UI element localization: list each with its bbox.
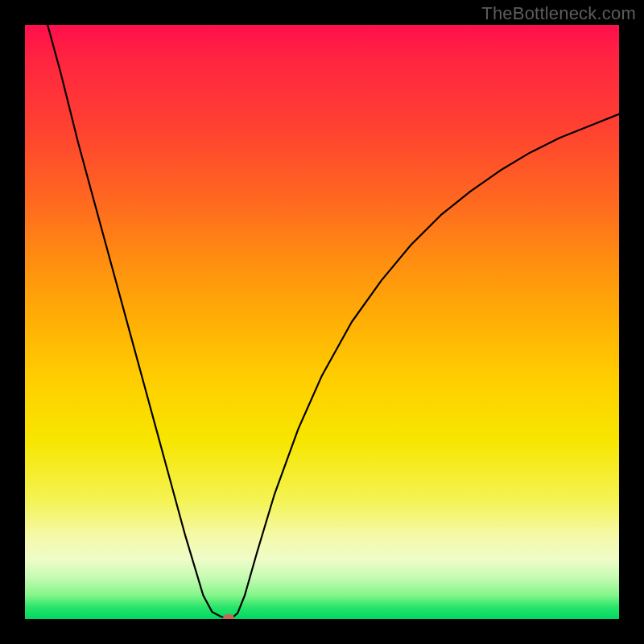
plot-area [25, 25, 619, 619]
chart-frame: TheBottleneck.com [0, 0, 644, 644]
optimal-point-marker [223, 614, 234, 619]
bottleneck-curve [25, 25, 619, 619]
watermark-text: TheBottleneck.com [481, 3, 636, 24]
